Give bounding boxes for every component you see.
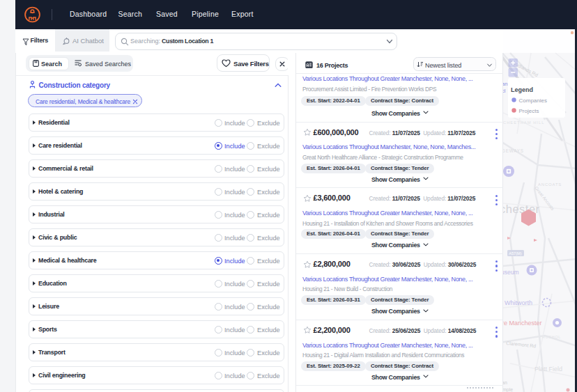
svg-text:Companies: Companies	[519, 97, 547, 104]
svg-text:cl: cl	[503, 88, 506, 94]
svg-text:an: an	[503, 81, 507, 87]
svg-text:Projects: Projects	[519, 108, 539, 114]
svg-text:Legend: Legend	[511, 86, 533, 93]
